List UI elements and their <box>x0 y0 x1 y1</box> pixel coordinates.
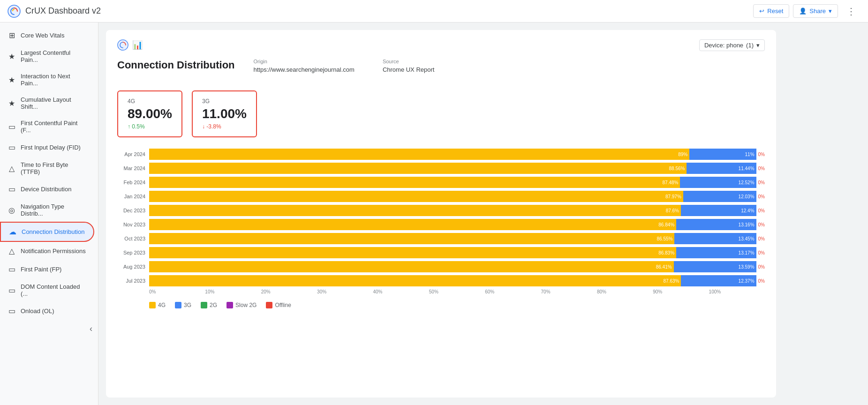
sidebar-item-cumulative-layout[interactable]: ★Cumulative Layout Shift... <box>0 91 94 115</box>
bar-segment-4g: 87.63% <box>149 275 681 286</box>
topbar-left: CrUX Dashboard v2 <box>8 5 101 18</box>
bar-zero-label: 0% <box>758 152 765 157</box>
bar-period-label: Feb 2024 <box>117 180 145 185</box>
sidebar-item-onload[interactable]: ▭Onload (OL) <box>0 302 94 320</box>
bar-period-label: Oct 2023 <box>117 236 145 241</box>
kpi-card-4g: 4G89.00%↑ 0.5% <box>117 90 182 137</box>
sidebar-item-label-onload: Onload (OL) <box>21 308 54 315</box>
bar-track: 86.83%13.17% <box>149 247 756 258</box>
legend-item-4g: 4G <box>149 302 166 308</box>
sidebar-collapse-button[interactable]: ‹ <box>90 324 92 334</box>
bar-chart: Apr 202489%11%0%Mar 202488.56%11.44%0%Fe… <box>117 149 765 286</box>
bar-zero-label: 0% <box>758 166 765 171</box>
bar-period-label: Mar 2024 <box>117 165 145 171</box>
sidebar-item-label-largest-contentful: Largest Contentful Pain... <box>21 49 87 63</box>
topbar: CrUX Dashboard v2 ↩ Reset 👤 Share ▾ ⋮ <box>0 0 868 22</box>
bar-period-label: Jul 2023 <box>117 278 145 284</box>
meta-row: Origin https://www.searchenginejournal.c… <box>254 59 435 74</box>
legend-color-dot <box>175 302 181 308</box>
share-dropdown-icon: ▾ <box>829 8 832 15</box>
crux-logo-icon <box>8 5 21 18</box>
bar-segment-3g: 13.17% <box>676 247 756 258</box>
sidebar-item-time-to-first-byte[interactable]: △Time to First Byte (TTFB) <box>0 157 94 180</box>
sidebar-item-largest-contentful[interactable]: ★Largest Contentful Pain... <box>0 45 94 68</box>
kpi-value: 11.00% <box>202 106 247 121</box>
bar-track: 87.48%12.52% <box>149 177 756 188</box>
sidebar-item-label-connection-distribution: Connection Distribution <box>22 228 84 235</box>
legend-label: 4G <box>158 302 166 308</box>
x-axis-tick: 100% <box>709 289 765 294</box>
bar-segment-3g: 13.16% <box>676 219 756 230</box>
origin-value: https://www.searchenginejournal.com <box>254 66 355 73</box>
sidebar-collapse[interactable]: ‹ <box>0 320 98 338</box>
sidebar-item-icon-device-distribution: ▭ <box>8 185 16 194</box>
filter-label: Device: phone <box>704 42 743 49</box>
bar-zero-label: 0% <box>758 264 765 270</box>
sidebar-item-first-paint[interactable]: ▭First Paint (FP) <box>0 260 94 278</box>
sidebar-item-label-notification-permissions: Notification Permissions <box>21 248 86 255</box>
filter-value: (1) <box>746 42 754 49</box>
share-button[interactable]: 👤 Share ▾ <box>793 4 838 18</box>
reset-button[interactable]: ↩ Reset <box>753 4 789 18</box>
x-axis-tick: 90% <box>653 289 709 294</box>
bar-segment-4g: 86.55% <box>149 233 674 244</box>
kpi-change: ↑ 0.5% <box>128 123 172 130</box>
bar-period-label: Aug 2023 <box>117 264 145 270</box>
sidebar-item-label-dom-content-loaded: DOM Content Loaded (... <box>21 283 87 297</box>
bar-track: 88.56%11.44% <box>149 163 756 174</box>
bar-period-label: Nov 2023 <box>117 222 145 227</box>
bar-segment-4g: 89% <box>149 149 689 160</box>
kpi-card-3g: 3G11.00%↓ -3.8% <box>192 90 257 137</box>
legend-color-dot <box>226 302 233 308</box>
sidebar-item-icon-dom-content-loaded: ▭ <box>8 286 16 295</box>
bar-segment-4g: 87.6% <box>149 205 681 216</box>
filter-dropdown-icon: ▾ <box>756 42 760 49</box>
sidebar-item-navigation-type[interactable]: ◎Navigation Type Distrib... <box>0 198 94 222</box>
bar-row: Apr 202489%11%0% <box>117 149 765 160</box>
bar-period-label: Sep 2023 <box>117 250 145 255</box>
sidebar-item-first-contentful[interactable]: ▭First Contentful Paint (F... <box>0 115 94 138</box>
sidebar-item-dom-content-loaded[interactable]: ▭DOM Content Loaded (... <box>0 278 94 302</box>
sidebar-item-connection-distribution[interactable]: ☁Connection Distribution <box>0 222 94 242</box>
legend-color-dot <box>201 302 207 308</box>
sidebar-item-first-input-delay[interactable]: ▭First Input Delay (FID) <box>0 138 94 157</box>
bar-segment-4g: 86.41% <box>149 261 674 272</box>
legend-label: Slow 2G <box>235 302 257 308</box>
sidebar-item-interaction-next[interactable]: ★Interaction to Next Pain... <box>0 68 94 91</box>
kpi-change: ↓ -3.8% <box>202 123 247 130</box>
kpi-label: 4G <box>128 98 172 105</box>
sidebar-item-icon-largest-contentful: ★ <box>8 52 16 61</box>
sidebar-item-device-distribution[interactable]: ▭Device Distribution <box>0 180 94 198</box>
bar-zero-label: 0% <box>758 222 765 227</box>
right-panel <box>784 22 868 405</box>
bar-zero-label: 0% <box>758 194 765 199</box>
bar-row: Feb 202487.48%12.52%0% <box>117 177 765 188</box>
reset-icon: ↩ <box>759 8 764 15</box>
sidebar-item-icon-cumulative-layout: ★ <box>8 99 16 108</box>
sidebar-item-icon-time-to-first-byte: △ <box>8 164 16 173</box>
x-axis-tick: 30% <box>317 289 373 294</box>
sidebar-item-icon-first-paint: ▭ <box>8 265 16 274</box>
card-icons: 📊 <box>117 39 143 51</box>
bar-segment-3g: 12.4% <box>681 205 756 216</box>
more-options-button[interactable]: ⋮ <box>842 3 860 20</box>
x-axis-tick: 80% <box>597 289 653 294</box>
svg-point-1 <box>118 40 128 50</box>
x-axis-tick: 0% <box>149 289 205 294</box>
legend-label: 3G <box>184 302 191 308</box>
sidebar-item-core-web-vitals[interactable]: ⊞Core Web Vitals <box>0 26 94 45</box>
sidebar-item-notification-permissions[interactable]: △Notification Permissions <box>0 242 94 260</box>
bar-segment-4g: 86.84% <box>149 219 676 230</box>
sidebar-item-label-time-to-first-byte: Time to First Byte (TTFB) <box>21 161 87 175</box>
x-axis-tick: 10% <box>205 289 261 294</box>
bar-row: Jan 202487.97%12.03%0% <box>117 191 765 202</box>
bar-row: Aug 202386.41%13.59%0% <box>117 261 765 272</box>
bar-row: Mar 202488.56%11.44%0% <box>117 163 765 174</box>
legend-item-slow-2g: Slow 2G <box>226 302 257 308</box>
reset-label: Reset <box>767 8 783 15</box>
bar-row: Jul 202387.63%12.37%0% <box>117 275 765 286</box>
bar-track: 86.41%13.59% <box>149 261 756 272</box>
bar-row: Nov 202386.84%13.16%0% <box>117 219 765 230</box>
x-axis-tick: 70% <box>541 289 597 294</box>
device-filter[interactable]: Device: phone (1) ▾ <box>699 39 765 51</box>
